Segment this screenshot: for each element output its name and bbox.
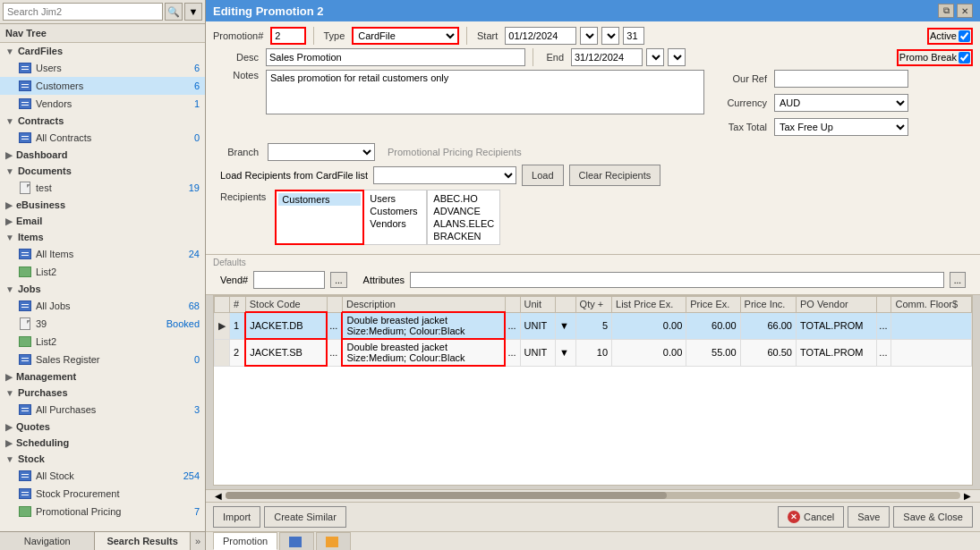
sidebar-item-all-items[interactable]: All Items24 bbox=[0, 245, 205, 263]
close-button[interactable]: ✕ bbox=[957, 4, 973, 18]
start-extra-select[interactable] bbox=[601, 27, 619, 45]
notes-field[interactable]: Sales promotion for retail customers onl… bbox=[266, 70, 704, 114]
sidebar-item-vendors[interactable]: Vendors1 bbox=[0, 95, 205, 113]
cancel-button[interactable]: ✕ Cancel bbox=[778, 506, 844, 528]
tab-navigation[interactable]: Navigation bbox=[0, 532, 95, 550]
sidebar-item-all-purchases[interactable]: All Purchases3 bbox=[0, 401, 205, 419]
save-close-button[interactable]: Save & Close bbox=[893, 506, 973, 528]
sidebar-item-promotional-pricing[interactable]: Promotional Pricing7 bbox=[0, 503, 205, 520]
row-desc-btn[interactable]: ... bbox=[505, 339, 520, 366]
vend-ellipsis-button[interactable]: ... bbox=[330, 272, 346, 288]
search-input[interactable] bbox=[3, 3, 163, 21]
row-price-ex[interactable]: 60.00 bbox=[686, 312, 740, 339]
sub-item-vendors[interactable]: Vendors bbox=[366, 217, 424, 230]
search-options-button[interactable]: ▼ bbox=[184, 3, 202, 21]
sidebar-section-quotes[interactable]: ▶Quotes bbox=[0, 419, 205, 435]
sub-item-users[interactable]: Users bbox=[366, 192, 424, 205]
row-sc-btn[interactable]: ... bbox=[327, 339, 342, 366]
load-button[interactable]: Load bbox=[522, 165, 563, 186]
save-button[interactable]: Save bbox=[848, 506, 890, 528]
tab-promotion[interactable]: Promotion bbox=[213, 532, 277, 550]
recipients-customers-item[interactable]: Customers bbox=[278, 193, 361, 206]
sidebar-section-contracts[interactable]: ▼Contracts bbox=[0, 113, 205, 129]
sidebar-item-list2[interactable]: List2 bbox=[0, 333, 205, 351]
row-stock-code[interactable]: JACKET.DB bbox=[245, 312, 327, 339]
scroll-left-button[interactable]: ◀ bbox=[211, 491, 226, 501]
type-select[interactable]: CardFile bbox=[352, 27, 459, 45]
sidebar-item-list2[interactable]: List2 bbox=[0, 263, 205, 281]
row-vendor-btn[interactable]: ... bbox=[877, 312, 891, 339]
sidebar-item-all-jobs[interactable]: All Jobs68 bbox=[0, 297, 205, 315]
create-similar-button[interactable]: Create Similar bbox=[264, 506, 346, 528]
sidebar-expand-button[interactable]: » bbox=[191, 533, 205, 549]
sidebar-item-stock-procurement[interactable]: Stock Procurement bbox=[0, 485, 205, 503]
row-unit-arrow[interactable]: ▼ bbox=[555, 312, 575, 339]
search-button[interactable]: 🔍 bbox=[165, 3, 183, 21]
sidebar-item-all-stock[interactable]: All Stock254 bbox=[0, 467, 205, 485]
promotion-number-field[interactable] bbox=[270, 27, 306, 45]
row-vendor-btn[interactable]: ... bbox=[877, 339, 891, 366]
sidebar-section-dashboard[interactable]: ▶Dashboard bbox=[0, 147, 205, 163]
our-ref-field[interactable] bbox=[774, 70, 908, 88]
sidebar-section-purchases[interactable]: ▼Purchases bbox=[0, 385, 205, 401]
row-unit-arrow[interactable]: ▼ bbox=[555, 339, 575, 366]
row-sc-btn[interactable]: ... bbox=[327, 312, 342, 339]
sidebar-section-jobs[interactable]: ▼Jobs bbox=[0, 281, 205, 297]
attributes-field[interactable] bbox=[410, 272, 944, 288]
sidebar-section-management[interactable]: ▶Management bbox=[0, 368, 205, 385]
recipient-item-bracken[interactable]: BRACKEN bbox=[430, 230, 498, 242]
load-cardfile-select[interactable] bbox=[373, 166, 516, 184]
start-time-select[interactable] bbox=[580, 27, 598, 45]
active-checkbox[interactable] bbox=[959, 30, 970, 42]
row-vendor[interactable]: TOTAL.PROM bbox=[796, 339, 876, 366]
sidebar-item-test[interactable]: test19 bbox=[0, 179, 205, 197]
end-field[interactable] bbox=[571, 48, 643, 66]
tax-total-select[interactable]: Tax Free Up bbox=[774, 118, 908, 136]
table-row[interactable]: ▶ 1 JACKET.DB ... Double breasted jacket… bbox=[215, 312, 972, 339]
row-desc-link[interactable]: Double breasted jacket bbox=[346, 315, 447, 326]
sidebar-item-customers[interactable]: Customers6 bbox=[0, 77, 205, 95]
recipient-item-advance[interactable]: ADVANCE bbox=[430, 205, 498, 217]
recipient-item-alans.elec[interactable]: ALANS.ELEC bbox=[430, 217, 498, 230]
sidebar-item-39[interactable]: 39Booked bbox=[0, 315, 205, 333]
tab-grid[interactable] bbox=[279, 532, 314, 550]
currency-select[interactable]: AUD bbox=[774, 94, 908, 112]
sidebar-section-documents[interactable]: ▼Documents bbox=[0, 163, 205, 179]
import-button[interactable]: Import bbox=[213, 506, 260, 528]
attributes-ellipsis-button[interactable]: ... bbox=[950, 272, 966, 288]
sidebar-section-ebusiness[interactable]: ▶eBusiness bbox=[0, 197, 205, 213]
sidebar-section-items[interactable]: ▼Items bbox=[0, 229, 205, 245]
end-time-select[interactable] bbox=[646, 48, 664, 66]
row-qty[interactable]: 10 bbox=[575, 339, 611, 366]
row-stock-code[interactable]: JACKET.SB bbox=[245, 339, 327, 366]
sub-item-customers[interactable]: Customers bbox=[366, 205, 424, 217]
row-desc-btn[interactable]: ... bbox=[505, 312, 520, 339]
tab-note[interactable] bbox=[316, 532, 351, 550]
clear-recipients-button[interactable]: Clear Recipients bbox=[569, 165, 661, 186]
sidebar-section-stock[interactable]: ▼Stock bbox=[0, 451, 205, 467]
promo-break-checkbox[interactable] bbox=[959, 52, 970, 63]
start-field[interactable] bbox=[505, 27, 576, 45]
sidebar-item-all-contracts[interactable]: All Contracts0 bbox=[0, 129, 205, 147]
row-qty[interactable]: 5 bbox=[575, 312, 611, 339]
section-arrow: ▶ bbox=[5, 200, 13, 210]
sidebar-section-cardfiles[interactable]: ▼CardFiles bbox=[0, 43, 205, 59]
restore-button[interactable]: ⧉ bbox=[938, 4, 954, 18]
end-extra-select[interactable] bbox=[668, 48, 686, 66]
start-day-field[interactable] bbox=[623, 27, 644, 45]
scrollbar-thumb[interactable] bbox=[226, 492, 667, 499]
scroll-right-button[interactable]: ▶ bbox=[960, 491, 975, 501]
row-vendor[interactable]: TOTAL.PROM bbox=[796, 312, 876, 339]
tab-search-results[interactable]: Search Results bbox=[95, 532, 190, 550]
sidebar-section-email[interactable]: ▶Email bbox=[0, 213, 205, 229]
branch-select[interactable] bbox=[268, 143, 375, 161]
sidebar-section-scheduling[interactable]: ▶Scheduling bbox=[0, 435, 205, 451]
sidebar-item-sales-register[interactable]: Sales Register0 bbox=[0, 351, 205, 368]
desc-field[interactable] bbox=[266, 48, 525, 66]
row-desc-link[interactable]: Double breasted jacket bbox=[346, 342, 447, 352]
sidebar-item-users[interactable]: Users6 bbox=[0, 59, 205, 77]
sidebar-item-label: Users bbox=[36, 63, 182, 73]
recipient-item-abec.ho[interactable]: ABEC.HO bbox=[430, 192, 498, 205]
table-row[interactable]: 2 JACKET.SB ... Double breasted jacket S… bbox=[215, 339, 972, 366]
row-price-ex[interactable]: 55.00 bbox=[686, 339, 740, 366]
